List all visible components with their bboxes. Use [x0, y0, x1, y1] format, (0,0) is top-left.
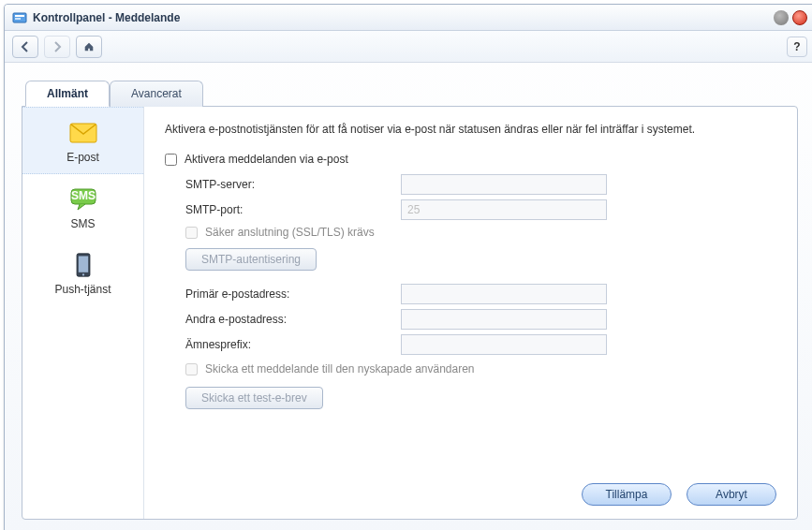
svg-rect-2 [15, 18, 21, 20]
cancel-button[interactable]: Avbryt [687, 483, 776, 506]
mail-icon [68, 121, 98, 145]
sidebar-item-sms[interactable]: SMS SMS [22, 174, 143, 240]
window: Kontrollpanel - Meddelande ? Allmänt Ava… [4, 4, 812, 530]
help-button[interactable]: ? [787, 37, 807, 57]
control-panel-icon [12, 10, 27, 25]
secondary-email-label: Andra e-postadress: [185, 313, 401, 326]
subject-prefix-input[interactable] [401, 334, 607, 355]
smtp-port-input[interactable] [401, 199, 607, 220]
arrow-left-icon [20, 41, 31, 52]
back-button[interactable] [12, 36, 38, 58]
sidebar-label-push: Push-tjänst [54, 283, 111, 296]
minimize-button[interactable] [774, 10, 789, 25]
test-mail-button[interactable]: Skicka ett test-e-brev [185, 387, 323, 409]
enable-email-label: Aktivera meddelanden via e-post [185, 153, 348, 166]
svg-text:SMS: SMS [70, 189, 95, 202]
smtp-port-label: SMTP-port: [185, 203, 401, 216]
subject-prefix-label: Ämnesprefix: [185, 338, 401, 351]
sidebar: E-post SMS SMS [22, 107, 144, 519]
ssl-checkbox[interactable] [185, 227, 198, 239]
enable-email-checkbox[interactable] [165, 154, 177, 166]
sidebar-label-email: E-post [66, 151, 99, 164]
home-icon [83, 41, 95, 52]
panel: E-post SMS SMS [22, 106, 798, 520]
sidebar-item-push[interactable]: Push-tjänst [22, 240, 143, 305]
window-title: Kontrollpanel - Meddelande [33, 11, 180, 24]
smtp-server-label: SMTP-server: [185, 178, 401, 191]
toolbar: ? [5, 31, 812, 63]
primary-email-label: Primär e-postadress: [185, 287, 401, 301]
send-new-user-checkbox[interactable] [185, 363, 198, 375]
help-icon: ? [793, 40, 800, 53]
home-button[interactable] [76, 36, 102, 58]
footer: Tillämpa Avbryt [165, 474, 776, 506]
apply-button[interactable]: Tillämpa [582, 483, 672, 506]
sms-icon: SMS [68, 187, 98, 212]
sidebar-label-sms: SMS [70, 217, 95, 230]
svg-rect-1 [15, 15, 24, 17]
svg-point-8 [81, 273, 83, 275]
phone-icon [68, 253, 98, 277]
close-button[interactable] [792, 10, 807, 25]
main-pane: Aktivera e-postnotistjänsten för att få … [144, 107, 797, 519]
intro-text: Aktivera e-postnotistjänsten för att få … [165, 122, 776, 138]
svg-rect-7 [78, 256, 87, 272]
ssl-label: Säker anslutning (SSL/TLS) krävs [205, 226, 375, 239]
primary-email-input[interactable] [401, 284, 607, 304]
secondary-email-input[interactable] [401, 309, 607, 330]
titlebar: Kontrollpanel - Meddelande [5, 5, 812, 31]
arrow-right-icon [52, 41, 63, 52]
tab-advanced[interactable]: Avancerat [110, 81, 203, 107]
tab-bar: Allmänt Avancerat [25, 80, 798, 106]
forward-button[interactable] [44, 36, 70, 58]
content-area: Allmänt Avancerat E-post [5, 63, 812, 530]
enable-email-row: Aktivera meddelanden via e-post [165, 153, 776, 166]
smtp-auth-button[interactable]: SMTP-autentisering [185, 248, 317, 271]
tab-general[interactable]: Allmänt [25, 81, 110, 107]
smtp-server-input[interactable] [401, 174, 607, 195]
sidebar-item-email[interactable]: E-post [22, 107, 143, 174]
send-new-user-label: Skicka ett meddelande till den nyskapade… [205, 362, 475, 375]
